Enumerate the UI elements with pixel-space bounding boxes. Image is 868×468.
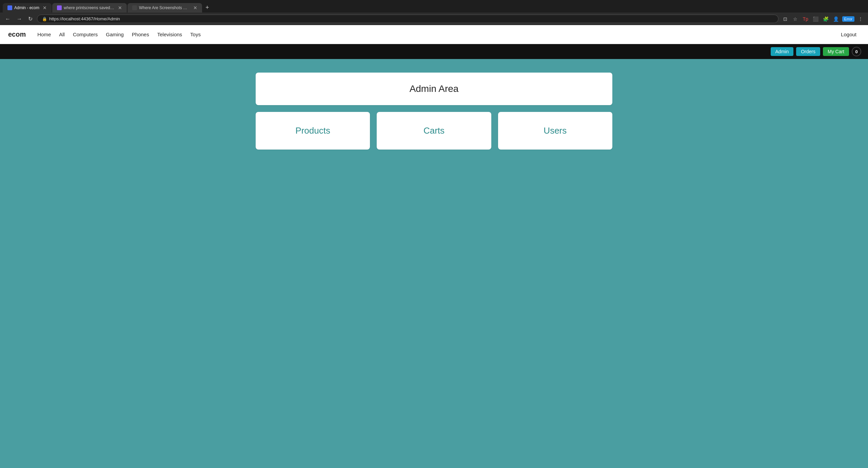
carts-label: Carts xyxy=(423,125,445,136)
puzzle-icon[interactable]: 🧩 xyxy=(822,15,830,23)
brand-logo[interactable]: ecom xyxy=(8,31,26,38)
tab-admin-ecom[interactable]: Admin - ecom ✕ xyxy=(3,3,52,13)
new-tab-button[interactable]: + xyxy=(203,3,212,13)
cart-count-badge: 0 xyxy=(852,47,861,56)
bookmark-icon[interactable]: ☆ xyxy=(791,15,800,23)
back-button[interactable]: ← xyxy=(3,15,12,23)
reload-button[interactable]: ↻ xyxy=(26,15,34,23)
cast-icon[interactable]: ⊡ xyxy=(781,15,789,23)
tab-label-2: where printscreens saved on win... xyxy=(64,5,115,10)
carts-card[interactable]: Carts xyxy=(377,112,491,150)
forward-button[interactable]: → xyxy=(15,15,24,23)
tab-favicon-2 xyxy=(57,5,62,10)
tab-favicon-1 xyxy=(7,5,12,10)
orders-button[interactable]: Orders xyxy=(796,47,820,56)
nav-televisions[interactable]: Televisions xyxy=(154,30,185,39)
users-card[interactable]: Users xyxy=(498,112,612,150)
tab-close-3[interactable]: ✕ xyxy=(193,5,197,11)
products-label: Products xyxy=(295,125,330,136)
admin-cards-row: Products Carts Users xyxy=(256,112,612,150)
tab-obsidian[interactable]: Where Are Screenshots Saved o... ✕ xyxy=(127,3,202,13)
address-bar-row: ← → ↻ 🔒 https://localhost:44367/Home/Adm… xyxy=(0,13,868,25)
error-badge: Error xyxy=(842,16,854,22)
toolbar-icons: ⊡ ☆ Tp ⬛ 🧩 👤 Error ⋮ xyxy=(781,15,865,23)
address-bar[interactable]: 🔒 https://localhost:44367/Home/Admin xyxy=(37,15,778,23)
profile-icon[interactable]: 👤 xyxy=(832,15,840,23)
extension-icon[interactable]: ⬛ xyxy=(812,15,820,23)
admin-button[interactable]: Admin xyxy=(771,47,794,56)
tab-label-3: Where Are Screenshots Saved o... xyxy=(139,5,190,10)
nav-computers[interactable]: Computers xyxy=(70,30,101,39)
app-navbar: ecom Home All Computers Gaming Phones Te… xyxy=(0,25,868,44)
nav-home[interactable]: Home xyxy=(34,30,54,39)
admin-area-title: Admin Area xyxy=(267,83,601,94)
tab-label-1: Admin - ecom xyxy=(14,5,39,10)
browser-chrome: Admin - ecom ✕ where printscreens saved … xyxy=(0,0,868,25)
nav-toys[interactable]: Toys xyxy=(187,30,204,39)
mycart-button[interactable]: My Cart xyxy=(823,47,849,56)
logout-button[interactable]: Logout xyxy=(837,30,860,39)
tab-yahoo[interactable]: where printscreens saved on win... ✕ xyxy=(52,3,127,13)
tp-icon[interactable]: Tp xyxy=(802,15,810,23)
menu-icon[interactable]: ⋮ xyxy=(856,15,865,23)
sub-navbar: Admin Orders My Cart 0 xyxy=(0,44,868,59)
main-background: Admin Area Products Carts Users xyxy=(0,59,868,459)
lock-icon: 🔒 xyxy=(42,17,47,21)
main-content: Admin Area Products Carts Users xyxy=(248,59,620,163)
nav-phones[interactable]: Phones xyxy=(129,30,153,39)
tab-close-1[interactable]: ✕ xyxy=(43,5,47,11)
address-url: https://localhost:44367/Home/Admin xyxy=(49,16,120,21)
products-card[interactable]: Products xyxy=(256,112,370,150)
users-label: Users xyxy=(544,125,567,136)
nav-links: Home All Computers Gaming Phones Televis… xyxy=(34,30,837,39)
nav-gaming[interactable]: Gaming xyxy=(102,30,127,39)
tab-close-2[interactable]: ✕ xyxy=(118,5,122,11)
nav-all[interactable]: All xyxy=(56,30,68,39)
tab-favicon-3 xyxy=(132,5,137,10)
tab-bar: Admin - ecom ✕ where printscreens saved … xyxy=(0,0,868,13)
admin-area-header-card: Admin Area xyxy=(256,73,612,105)
